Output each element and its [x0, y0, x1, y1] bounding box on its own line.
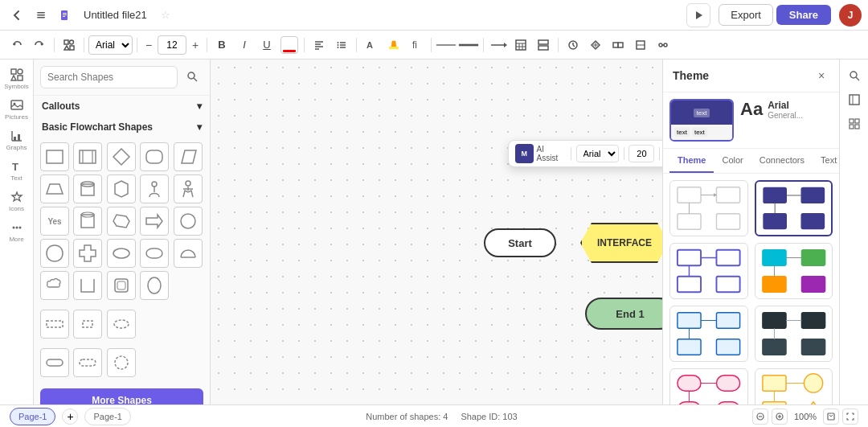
- line-weight-button[interactable]: [458, 35, 479, 55]
- shape-rounded2[interactable]: [140, 239, 169, 268]
- ff-font-select[interactable]: Arial: [576, 145, 619, 162]
- shape-circle[interactable]: [174, 207, 203, 236]
- zoom-in-button[interactable]: [772, 409, 788, 425]
- theme-option-4[interactable]: [755, 243, 833, 299]
- sidebar-item-more[interactable]: More: [2, 217, 31, 246]
- shape-table-button[interactable]: [533, 35, 554, 55]
- font-select[interactable]: Arial: [88, 35, 133, 55]
- theme-close-button[interactable]: ×: [813, 68, 829, 84]
- sidebar-item-symbols[interactable]: Symbols: [2, 64, 31, 93]
- font-size-decrease[interactable]: −: [141, 38, 156, 52]
- canvas-area[interactable]: Start INTERFACE Option 2 End 1 M AI Assi…: [211, 60, 662, 404]
- list-button[interactable]: [331, 35, 352, 55]
- redo-button[interactable]: [29, 35, 50, 55]
- extra-options4[interactable]: [630, 35, 651, 55]
- shape-small2[interactable]: [73, 310, 102, 339]
- shape-pill[interactable]: [40, 348, 69, 377]
- ri-search-button[interactable]: [843, 64, 866, 87]
- shape-rectangle[interactable]: [40, 142, 69, 171]
- theme-option-6[interactable]: [755, 306, 833, 362]
- shape-curved-rect[interactable]: [40, 239, 69, 268]
- extra-options5[interactable]: [653, 35, 674, 55]
- basic-flowchart-header[interactable]: Basic Flowchart Shapes ▾: [34, 117, 210, 138]
- share-button[interactable]: Share: [776, 5, 831, 25]
- export-button[interactable]: Export: [719, 4, 773, 26]
- underline-button[interactable]: U: [256, 35, 277, 55]
- shape-rounded-rect[interactable]: [140, 142, 169, 171]
- shape-irregular[interactable]: [107, 207, 136, 236]
- star-button[interactable]: ☆: [155, 5, 176, 26]
- search-button[interactable]: [181, 66, 203, 88]
- sidebar-item-graphs[interactable]: Graphs: [2, 125, 31, 154]
- shape-dashed-pill[interactable]: [73, 348, 102, 377]
- extra-options2[interactable]: [585, 35, 606, 55]
- callouts-header[interactable]: Callouts ▾: [34, 96, 210, 117]
- tab-color[interactable]: Color: [714, 149, 751, 173]
- shape-person[interactable]: [140, 174, 169, 203]
- italic-button[interactable]: I: [234, 35, 255, 55]
- shape-oval[interactable]: [107, 239, 136, 268]
- shape-half-circle[interactable]: [174, 239, 203, 268]
- shape-actor[interactable]: [174, 174, 203, 203]
- sidebar-item-pictures[interactable]: Pictures: [2, 95, 31, 124]
- play-button[interactable]: [686, 3, 710, 27]
- shape-oval2[interactable]: [140, 271, 169, 300]
- shape-small1[interactable]: [40, 310, 69, 339]
- shape-drum[interactable]: [73, 207, 102, 236]
- ai-assist-button[interactable]: AI Assist: [537, 145, 566, 162]
- line-style-button[interactable]: [436, 35, 457, 55]
- fullscreen-button[interactable]: [842, 409, 858, 425]
- shape-cloud[interactable]: [40, 271, 69, 300]
- shape-cross[interactable]: [73, 239, 102, 268]
- back-button[interactable]: [6, 5, 27, 26]
- undo-button[interactable]: [6, 35, 27, 55]
- page-1-tab[interactable]: Page-1: [10, 408, 55, 425]
- shapes-button[interactable]: [59, 35, 80, 55]
- ri-apps-button[interactable]: [843, 113, 866, 135]
- font-size-input[interactable]: [158, 35, 186, 55]
- font-style-button[interactable]: fi: [406, 35, 427, 55]
- font-size-increase[interactable]: +: [188, 38, 203, 52]
- table-button[interactable]: [510, 35, 531, 55]
- ff-size-input[interactable]: [628, 145, 654, 162]
- connector-type-button[interactable]: [488, 35, 509, 55]
- theme-option-5[interactable]: [669, 306, 748, 362]
- shape-diamond[interactable]: [107, 142, 136, 171]
- theme-card-selected[interactable]: text text text: [669, 99, 734, 142]
- start-shape[interactable]: Start: [484, 228, 556, 257]
- shape-dashed-circle[interactable]: [107, 348, 136, 377]
- fit-button[interactable]: [823, 409, 839, 425]
- theme-option-7[interactable]: [669, 368, 748, 404]
- menu-button[interactable]: [31, 5, 51, 26]
- shape-trapezoid[interactable]: [40, 174, 69, 203]
- search-input[interactable]: [40, 66, 178, 88]
- shape-small3[interactable]: [107, 310, 136, 339]
- shape-deco-rect[interactable]: [107, 271, 136, 300]
- zoom-out-button[interactable]: [752, 409, 768, 425]
- tab-connectors[interactable]: Connectors: [751, 149, 813, 173]
- shape-parallelogram[interactable]: [174, 142, 203, 171]
- text-align-button[interactable]: [309, 35, 330, 55]
- sidebar-item-text[interactable]: T Text: [2, 156, 31, 185]
- theme-option-8[interactable]: [755, 368, 833, 404]
- interface-shape[interactable]: INTERFACE: [580, 223, 662, 263]
- sidebar-item-icons[interactable]: Icons: [2, 187, 31, 216]
- shape-bracket[interactable]: [73, 271, 102, 300]
- tab-text[interactable]: Text: [813, 149, 839, 173]
- shape-yes-no[interactable]: Yes: [40, 207, 69, 236]
- highlight-button[interactable]: [383, 35, 404, 55]
- shape-arrow-right[interactable]: [140, 207, 169, 236]
- extra-options3[interactable]: [608, 35, 628, 55]
- theme-option-1[interactable]: [669, 180, 748, 236]
- more-text-options[interactable]: A: [361, 35, 382, 55]
- bold-button[interactable]: B: [211, 35, 232, 55]
- more-shapes-button[interactable]: More Shapes: [40, 388, 203, 404]
- end1-shape[interactable]: End 1: [585, 298, 662, 330]
- theme-option-2[interactable]: [755, 180, 833, 236]
- text-color-button[interactable]: [279, 35, 300, 55]
- extra-options1[interactable]: [563, 35, 583, 55]
- theme-option-3[interactable]: [669, 243, 748, 299]
- shape-cylinder[interactable]: [73, 174, 102, 203]
- add-page-button[interactable]: +: [62, 409, 78, 425]
- shape-process[interactable]: [73, 142, 102, 171]
